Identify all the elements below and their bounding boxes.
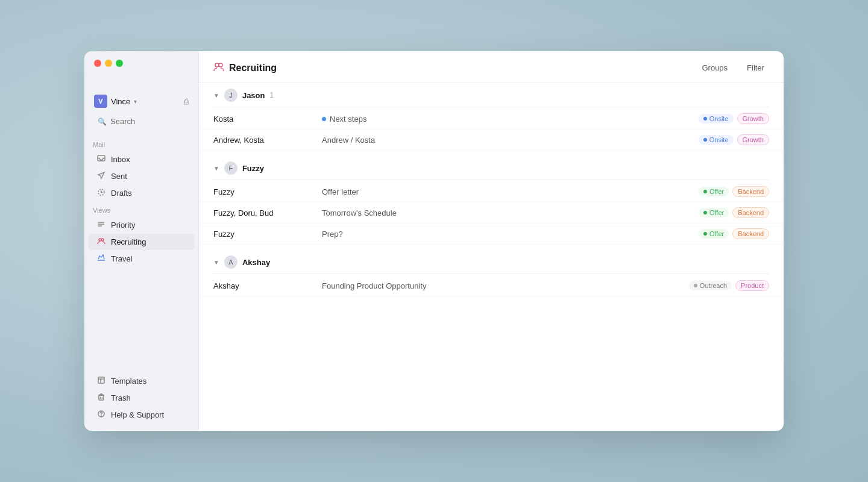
- group-avatar: F: [224, 161, 237, 175]
- subject-text: Founding Product Opportunity: [322, 281, 426, 290]
- page-title: Recruiting: [213, 61, 277, 75]
- views-section-label: Views: [84, 202, 198, 216]
- sent-icon: [96, 171, 106, 181]
- unread-dot: [322, 117, 326, 121]
- table-content: ▼ J Jason 1 KostaNext stepsOnsiteGrowthA…: [199, 83, 784, 431]
- sidebar-item-drafts[interactable]: Drafts: [88, 185, 195, 201]
- travel-icon: [96, 254, 106, 264]
- inbox-icon: [96, 154, 106, 164]
- row-name: Fuzzy, Doru, Bud: [213, 208, 322, 218]
- views-section: Priority Recruiting: [84, 216, 198, 268]
- search-item[interactable]: 🔍 Search: [93, 114, 190, 129]
- subject-text: Tomorrow's Schedule: [322, 208, 397, 218]
- sidebar-item-travel[interactable]: Travel: [88, 251, 195, 267]
- groups-button[interactable]: Groups: [697, 61, 732, 75]
- close-button[interactable]: [94, 60, 101, 67]
- travel-label: Travel: [111, 254, 133, 263]
- group-spacer: [199, 151, 784, 155]
- svg-rect-8: [98, 377, 104, 383]
- group-header-fuzzy[interactable]: ▼ F Fuzzy: [199, 155, 784, 180]
- row-tags: OfferBackend: [699, 186, 769, 197]
- row-tags: OfferBackend: [699, 228, 769, 239]
- tag-offer: Offer: [699, 187, 729, 196]
- sidebar-item-templates[interactable]: Templates: [88, 373, 195, 389]
- tag-product: Product: [735, 280, 769, 291]
- group-divider: [213, 107, 769, 107]
- main-content: Recruiting Groups Filter ▼ J Jason 1 Kos…: [199, 51, 784, 431]
- mail-section-label: Mail: [84, 136, 198, 151]
- table-row[interactable]: KostaNext stepsOnsiteGrowth: [199, 108, 784, 130]
- subject-text: Next steps: [330, 114, 366, 124]
- group-divider: [213, 180, 769, 180]
- subject-text: Prep?: [322, 230, 343, 239]
- group-header-jason[interactable]: ▼ J Jason 1: [199, 83, 784, 107]
- row-subject: Next steps: [322, 114, 699, 124]
- group-spacer: [199, 245, 784, 249]
- compose-icon[interactable]: ⎙: [184, 97, 189, 106]
- main-header: Recruiting Groups Filter: [199, 51, 784, 83]
- row-subject: Tomorrow's Schedule: [322, 208, 699, 218]
- search-icon: 🔍: [98, 117, 107, 126]
- search-label: Search: [110, 117, 135, 126]
- row-subject: Andrew / Kosta: [322, 136, 699, 145]
- svg-point-16: [101, 416, 102, 416]
- trash-icon: [96, 393, 106, 403]
- priority-label: Priority: [111, 221, 135, 230]
- titlebar: [84, 51, 133, 75]
- subject-text: Andrew / Kosta: [322, 136, 375, 145]
- chevron-icon: ▼: [213, 92, 219, 99]
- user-name: Vince: [111, 97, 130, 106]
- table-row[interactable]: AkshayFounding Product OpportunityOutrea…: [199, 275, 784, 296]
- row-tags: OutreachProduct: [689, 280, 769, 291]
- row-subject: Offer letter: [322, 187, 699, 196]
- table-row[interactable]: FuzzyPrep?OfferBackend: [199, 224, 784, 245]
- sidebar-item-help[interactable]: Help & Support: [88, 407, 195, 423]
- maximize-button[interactable]: [116, 60, 123, 67]
- row-tags: OnsiteGrowth: [699, 113, 769, 124]
- sidebar-item-priority[interactable]: Priority: [88, 217, 195, 233]
- chevron-icon: ▼: [213, 165, 219, 172]
- inbox-label: Inbox: [111, 155, 130, 164]
- recruiting-icon: [96, 237, 106, 247]
- help-icon: [96, 410, 106, 420]
- user-menu[interactable]: V Vince ▾ ⎙: [89, 91, 193, 111]
- table-row[interactable]: FuzzyOffer letterOfferBackend: [199, 181, 784, 202]
- table-row[interactable]: Fuzzy, Doru, BudTomorrow's ScheduleOffer…: [199, 202, 784, 224]
- sidebar-item-sent[interactable]: Sent: [88, 168, 195, 184]
- svg-point-17: [215, 63, 219, 67]
- tag-onsite: Onsite: [699, 114, 734, 124]
- tag-dot: [703, 117, 707, 120]
- row-tags: OnsiteGrowth: [699, 134, 769, 145]
- group-name: Akshay: [242, 258, 270, 267]
- sidebar-item-recruiting[interactable]: Recruiting: [88, 234, 195, 250]
- group-header-akshay[interactable]: ▼ A Akshay: [199, 249, 784, 274]
- tag-backend: Backend: [732, 228, 769, 239]
- svg-point-6: [101, 239, 104, 241]
- filter-button[interactable]: Filter: [742, 61, 769, 75]
- tag-dot: [703, 138, 707, 142]
- group-name: Jason: [242, 91, 265, 100]
- row-name: Akshay: [213, 281, 322, 290]
- sidebar-item-trash[interactable]: Trash: [88, 390, 195, 406]
- avatar: V: [94, 95, 107, 108]
- recruiting-label: Recruiting: [111, 237, 146, 246]
- minimize-button[interactable]: [105, 60, 112, 67]
- sidebar-item-inbox[interactable]: Inbox: [88, 151, 195, 167]
- row-name: Andrew, Kosta: [213, 136, 322, 145]
- subject-text: Offer letter: [322, 187, 359, 196]
- svg-rect-12: [99, 395, 104, 400]
- drafts-icon: [96, 188, 106, 198]
- tag-offer: Offer: [699, 229, 729, 239]
- tag-offer: Offer: [699, 208, 729, 218]
- table-row[interactable]: Andrew, KostaAndrew / KostaOnsiteGrowth: [199, 130, 784, 151]
- tag-growth: Growth: [737, 134, 769, 145]
- group-count: 1: [269, 91, 274, 99]
- sidebar-bottom: Templates Trash: [84, 372, 198, 431]
- templates-label: Templates: [111, 377, 146, 386]
- sidebar: V Vince ▾ ⎙ 🔍 Search Mail: [84, 51, 199, 431]
- trash-label: Trash: [111, 393, 131, 402]
- priority-icon: [96, 220, 106, 230]
- tag-dot: [703, 211, 707, 214]
- group-divider: [213, 274, 769, 274]
- group-avatar: A: [224, 255, 237, 269]
